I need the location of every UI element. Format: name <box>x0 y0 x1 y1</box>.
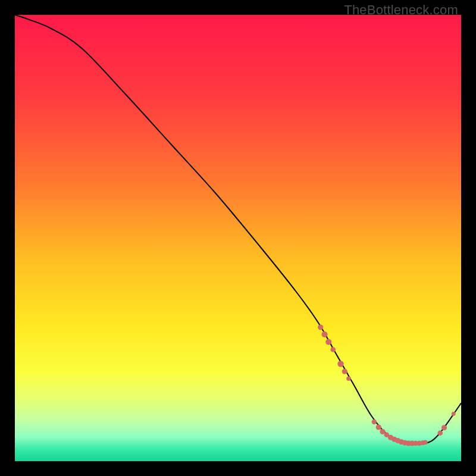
data-marker <box>441 425 447 430</box>
data-marker <box>423 440 428 445</box>
data-marker <box>321 331 327 337</box>
bottleneck-curve <box>15 15 461 444</box>
data-marker <box>346 376 351 381</box>
data-marker <box>337 361 343 367</box>
data-marker <box>325 339 331 345</box>
data-marker <box>452 412 456 416</box>
data-marker <box>376 424 381 430</box>
watermark-text: TheBottleneck.com <box>344 2 458 18</box>
plot-area <box>15 15 461 461</box>
data-marker <box>318 324 323 330</box>
data-marker <box>437 430 443 436</box>
data-marker <box>330 347 336 352</box>
data-marker <box>372 419 377 424</box>
data-markers <box>318 324 455 446</box>
frame: TheBottleneck.com <box>0 0 476 476</box>
chart-svg <box>15 15 461 461</box>
data-marker <box>342 369 347 374</box>
